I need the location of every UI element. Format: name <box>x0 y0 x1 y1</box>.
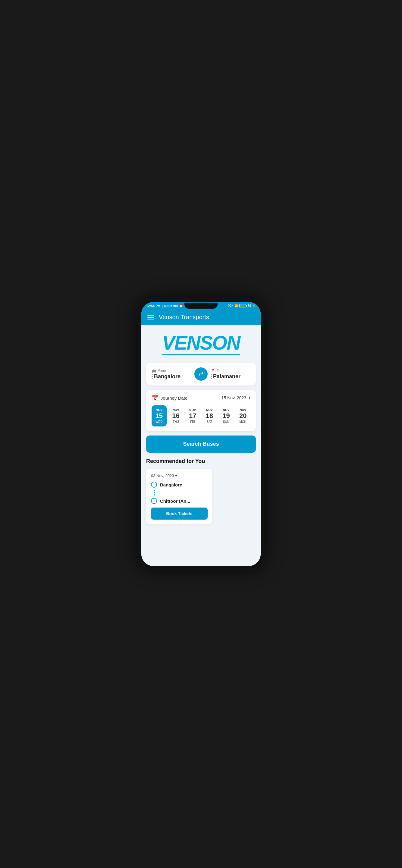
date-num-3: 18 <box>206 412 213 420</box>
rec-to-city: Chittoor (An... <box>160 498 190 504</box>
status-left: 12:54 PM | 40.6KB/s ⏰ ◎ <box>146 304 187 308</box>
date-item-1[interactable]: NOV 16 THU <box>168 405 184 427</box>
main-content: VENSON 🚌 From Bangalore <box>141 325 261 566</box>
date-month-2: NOV <box>189 408 196 412</box>
date-item-3[interactable]: NOV 18 SAT <box>202 405 217 427</box>
book-tickets-button[interactable]: Book Tickets <box>151 507 208 520</box>
bus-icon: 🚌 <box>152 369 156 373</box>
rec-route-dots <box>151 490 208 495</box>
route-to[interactable]: 📍 To Palamaner <box>211 369 250 380</box>
rec-date[interactable]: 03 Nov, 2023 ▾ <box>151 473 208 478</box>
date-day-3: SAT <box>207 420 212 424</box>
charging-icon: ⚡ <box>252 304 256 307</box>
chevron-down-icon: ▾ <box>249 396 250 400</box>
rec-from-item: Bangalore <box>151 482 208 488</box>
rec-from-radio <box>151 482 157 488</box>
route-card: 🚌 From Bangalore ⇄ <box>146 363 256 385</box>
to-label: 📍 To <box>211 369 250 373</box>
date-month-1: NOV <box>173 408 179 412</box>
journey-date-card: 📅 Journey Date 15 Nov, 2023 ▾ NOV 15 WED <box>146 390 256 431</box>
network-speed-value: 40.6KB/s <box>164 304 178 308</box>
recommended-card: 03 Nov, 2023 ▾ Bangalore Chittoor (An... <box>146 469 212 524</box>
app-header: Venson Transports <box>141 310 261 325</box>
status-right: 4G⁺ 📶 80 ⚡ <box>228 304 256 307</box>
swap-route-button[interactable]: ⇄ <box>194 367 208 381</box>
hamburger-menu-button[interactable] <box>147 315 154 320</box>
route-from[interactable]: 🚌 From Bangalore <box>152 369 191 380</box>
date-month-3: NOV <box>206 408 213 412</box>
date-day-0: WED <box>155 420 162 424</box>
date-day-5: MON <box>240 420 247 424</box>
date-day-1: THU <box>173 420 179 424</box>
date-item-0[interactable]: NOV 15 WED <box>152 405 167 427</box>
venson-logo: VENSON <box>162 333 240 355</box>
date-day-4: SUN <box>223 420 229 424</box>
date-item-2[interactable]: NOV 17 FRI <box>185 405 200 427</box>
from-city: Bangalore <box>152 373 191 380</box>
date-num-1: 16 <box>172 412 179 420</box>
location-icon: 📍 <box>211 369 215 373</box>
date-month-4: NOV <box>223 408 229 412</box>
date-num-2: 17 <box>189 412 196 420</box>
journey-date-label: 📅 Journey Date <box>152 395 187 401</box>
date-month-5: NOV <box>240 408 246 412</box>
recommended-section-title: Recommended for You <box>146 458 256 464</box>
rec-from-city: Bangalore <box>160 482 182 487</box>
battery-percent: 80 <box>248 304 251 307</box>
date-item-5[interactable]: NOV 20 MON <box>235 405 250 427</box>
to-city: Palamaner <box>211 373 250 380</box>
rec-to-radio <box>151 498 157 504</box>
rec-to-item: Chittoor (An... <box>151 498 208 504</box>
app-title: Venson Transports <box>159 314 209 321</box>
battery-icon <box>239 304 246 307</box>
date-num-5: 20 <box>239 412 247 420</box>
alarm-icon: ⏰ <box>179 304 183 308</box>
search-buses-button[interactable]: Search Buses <box>146 435 256 453</box>
date-card-header: 📅 Journey Date 15 Nov, 2023 ▾ <box>152 395 250 401</box>
date-scroll: NOV 15 WED NOV 16 THU NOV 17 FRI <box>152 405 250 427</box>
signal-icon: 4G⁺ <box>228 304 233 307</box>
network-speed: | <box>162 304 163 308</box>
date-num-0: 15 <box>155 412 163 420</box>
date-num-4: 19 <box>222 412 229 420</box>
from-label: 🚌 From <box>152 369 191 373</box>
rec-chevron-icon: ▾ <box>175 473 177 478</box>
signal-bars: 📶 <box>235 304 238 307</box>
logo-section: VENSON <box>146 325 256 363</box>
date-day-2: FRI <box>190 420 195 424</box>
selected-date-display[interactable]: 15 Nov, 2023 ▾ <box>221 396 250 400</box>
swap-icon: ⇄ <box>199 371 204 377</box>
time-display: 12:54 PM <box>146 304 161 308</box>
date-item-4[interactable]: NOV 19 SUN <box>219 405 234 427</box>
date-month-0: NOV <box>156 408 162 412</box>
calendar-icon: 📅 <box>152 395 158 401</box>
